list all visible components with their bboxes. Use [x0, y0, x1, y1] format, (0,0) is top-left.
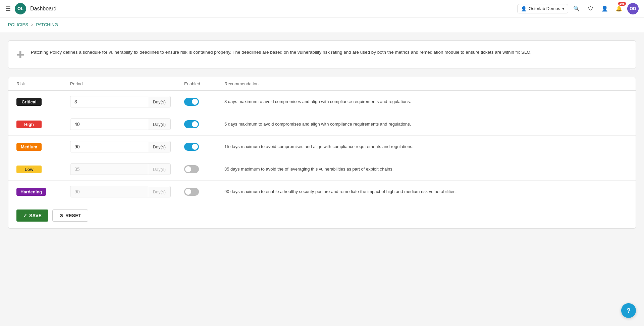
- actions-bar: ✓ SAVE ⊘ RESET: [8, 203, 636, 228]
- risk-badge-0: Critical: [16, 98, 42, 106]
- table-row: High Day(s) 5 days maximum to avoid comp…: [8, 113, 636, 136]
- main-content: ✚ Patching Policy defines a schedule for…: [0, 32, 644, 237]
- recommendation-cell-2: 15 days maximum to avoid compromises and…: [224, 143, 628, 150]
- header-period: Period: [70, 81, 184, 86]
- save-label: SAVE: [29, 213, 42, 218]
- toggle-cell-3: [184, 165, 224, 173]
- recommendation-cell-3: 35 days maximum to avoid the of leveragi…: [224, 166, 628, 173]
- org-selector[interactable]: 👤 Ostorlab Demos ▾: [517, 4, 568, 13]
- toggle-knob-1: [192, 121, 198, 127]
- header-risk: Risk: [16, 81, 70, 86]
- toggle-knob-0: [192, 99, 198, 105]
- breadcrumb-patching: PATCHING: [36, 22, 58, 27]
- toggle-slider-4: [184, 188, 199, 196]
- info-box: ✚ Patching Policy defines a schedule for…: [8, 40, 636, 69]
- shield-button[interactable]: 🛡: [585, 3, 596, 14]
- org-dropdown-icon: ▾: [562, 6, 565, 11]
- risk-cell-1: High: [16, 121, 70, 128]
- user-button[interactable]: 👤: [599, 3, 610, 14]
- reset-label: RESET: [65, 213, 81, 218]
- period-group-0: Day(s): [70, 96, 171, 107]
- user-icon: 👤: [601, 5, 608, 12]
- period-input-4[interactable]: [70, 186, 148, 197]
- patching-table: Risk Period Enabled Recommendation Criti…: [8, 77, 636, 229]
- toggle-knob-2: [192, 144, 198, 150]
- risk-cell-0: Critical: [16, 98, 70, 106]
- period-unit-0: Day(s): [148, 97, 170, 107]
- period-input-2[interactable]: [70, 141, 148, 152]
- logo-text: OL: [17, 6, 23, 11]
- risk-cell-4: Hardening: [16, 188, 70, 196]
- breadcrumb: POLICIES > PATCHING: [0, 17, 644, 32]
- recommendation-cell-0: 3 days maximum to avoid compromises and …: [224, 98, 628, 105]
- toggle-cell-1: [184, 120, 224, 128]
- toggle-slider-2: [184, 143, 199, 151]
- period-unit-4: Day(s): [148, 187, 170, 197]
- breadcrumb-policies[interactable]: POLICIES: [8, 22, 28, 27]
- table-body: Critical Day(s) 3 days maximum to avoid …: [8, 91, 636, 203]
- top-navigation: ☰ OL Dashboard 👤 Ostorlab Demos ▾ 🔍 🛡 👤 …: [0, 0, 644, 17]
- risk-badge-2: Medium: [16, 143, 42, 151]
- toggle-0[interactable]: [184, 98, 199, 106]
- avatar-text: OD: [630, 6, 636, 11]
- save-check-icon: ✓: [23, 213, 27, 218]
- header-recommendation: Recommendation: [224, 81, 628, 86]
- toggle-cell-0: [184, 98, 224, 106]
- period-input-1[interactable]: [70, 119, 148, 130]
- period-input-0[interactable]: [70, 96, 148, 107]
- search-button[interactable]: 🔍: [571, 3, 582, 14]
- toggle-cell-2: [184, 143, 224, 151]
- shield-icon: 🛡: [588, 6, 593, 12]
- toggle-knob-4: [185, 189, 191, 195]
- table-row: Medium Day(s) 15 days maximum to avoid c…: [8, 136, 636, 158]
- period-group-2: Day(s): [70, 141, 171, 152]
- period-group-1: Day(s): [70, 119, 171, 130]
- toggle-1[interactable]: [184, 120, 199, 128]
- notification-button[interactable]: 🔔 206: [613, 3, 625, 14]
- toggle-2[interactable]: [184, 143, 199, 151]
- table-row: Critical Day(s) 3 days maximum to avoid …: [8, 91, 636, 113]
- period-cell-1: Day(s): [70, 119, 184, 130]
- recommendation-cell-4: 90 days maximum to enable a healthy secu…: [224, 188, 628, 195]
- period-cell-0: Day(s): [70, 96, 184, 107]
- menu-icon[interactable]: ☰: [5, 5, 11, 12]
- toggle-3[interactable]: [184, 165, 199, 173]
- logo: OL: [15, 3, 26, 14]
- avatar[interactable]: OD: [627, 3, 639, 14]
- period-cell-4: Day(s): [70, 186, 184, 197]
- toggle-knob-3: [185, 166, 191, 172]
- period-cell-2: Day(s): [70, 141, 184, 152]
- table-row: Low Day(s) 35 days maximum to avoid the …: [8, 158, 636, 181]
- period-group-3: Day(s): [70, 164, 171, 175]
- recommendation-cell-1: 5 days maximum to avoid compromises and …: [224, 121, 628, 128]
- save-button[interactable]: ✓ SAVE: [16, 209, 48, 222]
- org-user-icon: 👤: [521, 6, 527, 11]
- toggle-slider-0: [184, 98, 199, 106]
- toggle-slider-3: [184, 165, 199, 173]
- search-icon: 🔍: [573, 5, 580, 12]
- period-unit-2: Day(s): [148, 142, 170, 152]
- risk-badge-3: Low: [16, 166, 42, 173]
- patch-icon: ✚: [16, 49, 24, 60]
- period-cell-3: Day(s): [70, 164, 184, 175]
- period-unit-1: Day(s): [148, 119, 170, 130]
- risk-badge-4: Hardening: [16, 188, 46, 196]
- risk-cell-3: Low: [16, 166, 70, 173]
- reset-button[interactable]: ⊘ RESET: [52, 209, 88, 222]
- table-row: Hardening Day(s) 90 days maximum to enab…: [8, 181, 636, 203]
- toggle-4[interactable]: [184, 188, 199, 196]
- table-header: Risk Period Enabled Recommendation: [8, 77, 636, 91]
- notification-icon: 🔔: [615, 5, 622, 12]
- notification-badge: 206: [618, 2, 626, 6]
- info-description: Patching Policy defines a schedule for v…: [31, 49, 532, 56]
- risk-cell-2: Medium: [16, 143, 70, 151]
- period-group-4: Day(s): [70, 186, 171, 197]
- period-unit-3: Day(s): [148, 164, 170, 175]
- period-input-3[interactable]: [70, 164, 148, 175]
- dashboard-label: Dashboard: [30, 6, 56, 12]
- header-enabled: Enabled: [184, 81, 224, 86]
- breadcrumb-separator: >: [31, 22, 34, 27]
- toggle-slider-1: [184, 120, 199, 128]
- org-name: Ostorlab Demos: [529, 6, 560, 11]
- risk-badge-1: High: [16, 121, 42, 128]
